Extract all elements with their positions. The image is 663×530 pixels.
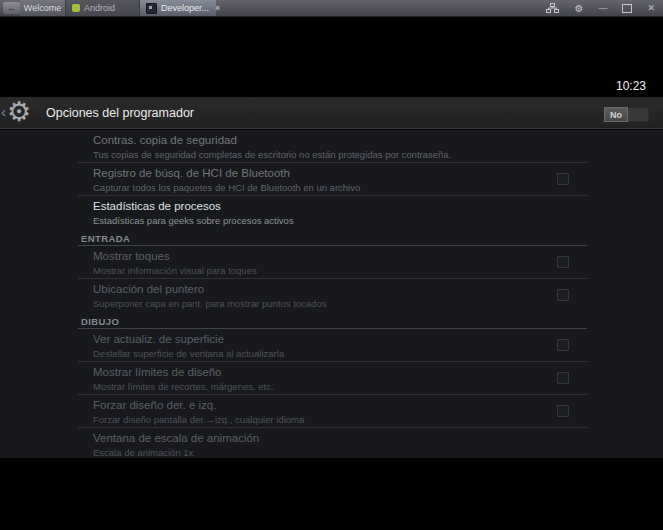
switch-track xyxy=(628,107,649,122)
checkbox[interactable] xyxy=(557,173,569,185)
pref-title: Mostrar límites de diseño xyxy=(93,366,587,378)
pref-title: Ver actualiz. de superficie xyxy=(93,333,587,345)
tab-welcome-label: Welcome xyxy=(24,3,61,13)
pref-item[interactable]: Mostrar límites de diseñoMostrar límites… xyxy=(78,362,587,395)
maximize-button[interactable] xyxy=(622,4,632,13)
pref-item[interactable]: Contras. copia de seguridadTus copias de… xyxy=(78,130,587,163)
sitemap-icon[interactable] xyxy=(546,3,559,13)
pref-title: Contras. copia de seguridad xyxy=(93,134,587,146)
tab-developer[interactable]: Developer... × xyxy=(140,0,216,16)
pref-subtitle: Tus copias de seguridad completas de esc… xyxy=(93,149,587,160)
pref-subtitle: Mostrar información visual para toques xyxy=(93,265,587,276)
developer-app-icon xyxy=(146,3,157,14)
pref-item[interactable]: Mostrar toquesMostrar información visual… xyxy=(78,246,587,279)
minimize-button[interactable]: — xyxy=(598,3,607,13)
pref-subtitle: Capturar todos los paquetes de HCI de Bl… xyxy=(93,182,587,193)
settings-list: Contras. copia de seguridadTus copias de… xyxy=(78,130,587,458)
section-header: ENTRADA xyxy=(78,229,587,246)
pref-subtitle: Destellar superficie de ventana al actua… xyxy=(93,348,587,359)
pref-subtitle: Estadísticas para geeks sobre procesos a… xyxy=(93,215,587,226)
switch-thumb[interactable]: No xyxy=(604,107,628,122)
section-header: DIBUJO xyxy=(78,312,587,329)
pref-item[interactable]: Registro de búsq. de HCI de BluetoothCap… xyxy=(78,163,587,196)
back-arrow-button[interactable]: ← xyxy=(3,2,20,14)
tab-welcome[interactable]: Welcome xyxy=(20,0,66,16)
status-clock: 10:23 xyxy=(616,79,646,93)
checkbox[interactable] xyxy=(557,405,569,417)
pref-title: Ubicación del puntero xyxy=(93,283,587,295)
tab-android-label: Android xyxy=(84,3,115,13)
pref-item[interactable]: Ventana de escala de animaciónEscala de … xyxy=(78,428,587,458)
pref-title: Ventana de escala de animación xyxy=(93,432,587,444)
pref-item[interactable]: Ver actualiz. de superficieDestellar sup… xyxy=(78,329,587,362)
checkbox[interactable] xyxy=(557,289,569,301)
checkbox[interactable] xyxy=(557,256,569,268)
gear-icon: ⚙ xyxy=(7,98,31,127)
tab-bar: ← Welcome Android Developer... × ⚙ — ✕ xyxy=(0,0,663,17)
pref-title: Estadísticas de procesos xyxy=(93,200,587,212)
settings-gear-icon[interactable]: ⚙ xyxy=(574,3,583,14)
back-chevron-icon[interactable]: ‹ xyxy=(1,103,6,121)
pref-title: Forzar diseño der. e izq. xyxy=(93,399,587,411)
pref-title: Mostrar toques xyxy=(93,250,587,262)
developer-options-master-switch[interactable]: No xyxy=(604,107,649,122)
page-title: Opciones del programador xyxy=(46,106,194,120)
checkbox[interactable] xyxy=(557,339,569,351)
android-logo-icon xyxy=(72,4,80,12)
checkbox[interactable] xyxy=(557,372,569,384)
action-bar: ‹ ⚙ Opciones del programador xyxy=(0,97,663,129)
close-button[interactable]: ✕ xyxy=(647,3,655,13)
pref-subtitle: Superponer capa en pant. para mostrar pu… xyxy=(93,298,587,309)
tab-close-icon[interactable]: × xyxy=(215,3,220,13)
pref-subtitle: Forzar diseño pantalla der.→izq., cualqu… xyxy=(93,414,587,425)
pref-item[interactable]: Forzar diseño der. e izq.Forzar diseño p… xyxy=(78,395,587,428)
window-controls: ⚙ — ✕ xyxy=(546,0,655,16)
pref-item[interactable]: Estadísticas de procesosEstadísticas par… xyxy=(78,196,587,229)
tab-developer-label: Developer... xyxy=(161,3,209,13)
pref-title: Registro de búsq. de HCI de Bluetooth xyxy=(93,167,587,179)
pref-subtitle: Escala de animación 1x xyxy=(93,447,587,458)
emulator-window: ← Welcome Android Developer... × ⚙ — ✕ xyxy=(0,0,663,530)
pref-subtitle: Mostrar límites de recortes, márgenes, e… xyxy=(93,381,587,392)
pref-item[interactable]: Ubicación del punteroSuperponer capa en … xyxy=(78,279,587,312)
tab-android[interactable]: Android xyxy=(66,0,140,16)
